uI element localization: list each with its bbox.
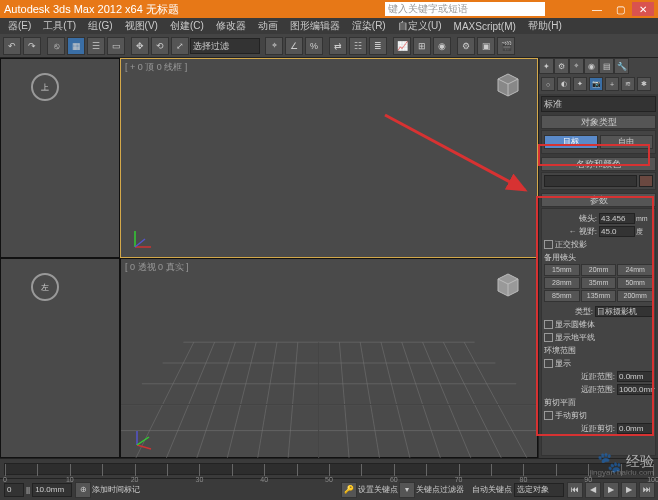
show-cone-checkbox[interactable]	[544, 320, 553, 329]
tab-create-icon[interactable]: ✦	[539, 58, 554, 74]
lens-15[interactable]: 15mm	[544, 264, 580, 276]
ortho-checkbox[interactable]	[544, 240, 553, 249]
menu-create[interactable]: 创建(C)	[164, 19, 210, 33]
cat-helpers-icon[interactable]: +	[605, 77, 619, 91]
lens-20[interactable]: 20mm	[581, 264, 617, 276]
snap-icon[interactable]: ⌖	[265, 37, 283, 55]
play-icon[interactable]: ▶	[603, 482, 619, 498]
show-horizon-checkbox[interactable]	[544, 333, 553, 342]
minimize-button[interactable]: —	[586, 2, 608, 16]
tab-hierarchy-icon[interactable]: ⌖	[569, 58, 584, 74]
cat-lights-icon[interactable]: ✦	[573, 77, 587, 91]
add-time-tag-icon[interactable]: ⊕	[75, 482, 91, 498]
lens-24[interactable]: 24mm	[617, 264, 653, 276]
cat-systems-icon[interactable]: ✱	[637, 77, 651, 91]
current-frame[interactable]: 0	[4, 483, 24, 497]
autokey-label[interactable]: 自动关键点	[472, 484, 512, 495]
angle-snap-icon[interactable]: ∠	[285, 37, 303, 55]
rollout-parameters[interactable]: 参数	[541, 193, 656, 207]
prev-frame-icon[interactable]: ◀	[585, 482, 601, 498]
cat-shapes-icon[interactable]: ◐	[557, 77, 571, 91]
goto-end-icon[interactable]: ⏭	[639, 482, 655, 498]
manual-clip-checkbox[interactable]	[544, 411, 553, 420]
viewport-perspective[interactable]: [ 0 透视 0 真实 ]	[120, 258, 538, 458]
scale-icon[interactable]: ⤢	[171, 37, 189, 55]
render-icon[interactable]: 🎬	[497, 37, 515, 55]
cat-space-icon[interactable]: ≋	[621, 77, 635, 91]
layers-icon[interactable]: ≣	[369, 37, 387, 55]
select-region-icon[interactable]: ▭	[107, 37, 125, 55]
time-slider[interactable]: 0102030405060708090100	[4, 463, 654, 475]
material-icon[interactable]: ◉	[433, 37, 451, 55]
percent-snap-icon[interactable]: %	[305, 37, 323, 55]
cat-cameras-icon[interactable]: 📷	[589, 77, 603, 91]
near-range-input[interactable]: 0.0mm	[617, 371, 653, 382]
menu-editor[interactable]: 器(E)	[2, 19, 37, 33]
category-dropdown[interactable]: 标准	[541, 96, 656, 112]
lens-50[interactable]: 50mm	[617, 277, 653, 289]
help-search-input[interactable]: 键入关键字或短语	[385, 2, 545, 16]
menu-customize[interactable]: 自定义(U)	[392, 19, 448, 33]
close-button[interactable]: ✕	[632, 2, 654, 16]
lens-28[interactable]: 28mm	[544, 277, 580, 289]
link-icon[interactable]: ⎋	[47, 37, 65, 55]
key-filter-button[interactable]: ▾	[399, 482, 415, 498]
tab-motion-icon[interactable]: ◉	[584, 58, 599, 74]
viewport-top[interactable]: [ + 0 顶 0 线框 ]	[120, 58, 538, 258]
undo-icon[interactable]: ↶	[3, 37, 21, 55]
add-time-tag-label[interactable]: 添加时间标记	[92, 484, 140, 495]
lens-input[interactable]: 43.456	[599, 213, 635, 224]
render-setup-icon[interactable]: ⚙	[457, 37, 475, 55]
selection-filter-dropdown[interactable]: 选择过滤	[190, 38, 260, 54]
lens-85[interactable]: 85mm	[544, 290, 580, 302]
rotate-icon[interactable]: ⟲	[151, 37, 169, 55]
target-camera-button[interactable]: 目标	[544, 135, 598, 149]
lens-135[interactable]: 135mm	[581, 290, 617, 302]
lens-200[interactable]: 200mm	[617, 290, 653, 302]
curve-editor-icon[interactable]: 📈	[393, 37, 411, 55]
set-key-button[interactable]: 🔑	[341, 482, 357, 498]
align-icon[interactable]: ☷	[349, 37, 367, 55]
menu-group[interactable]: 组(G)	[82, 19, 118, 33]
object-name-input[interactable]	[544, 175, 637, 187]
mirror-icon[interactable]: ⇄	[329, 37, 347, 55]
free-camera-button[interactable]: 自由	[600, 135, 654, 149]
menu-tools[interactable]: 工具(T)	[37, 19, 82, 33]
maximize-button[interactable]: ▢	[609, 2, 631, 16]
time-tick	[5, 464, 6, 476]
camera-type-dropdown[interactable]: 目标摄影机	[595, 306, 653, 317]
goto-start-icon[interactable]: ⏮	[567, 482, 583, 498]
menu-modifiers[interactable]: 修改器	[210, 19, 252, 33]
menu-help[interactable]: 帮助(H)	[522, 19, 568, 33]
next-frame-icon[interactable]: ▶	[621, 482, 637, 498]
rollout-object-type[interactable]: 对象类型	[541, 115, 656, 129]
redo-icon[interactable]: ↷	[23, 37, 41, 55]
move-icon[interactable]: ✥	[131, 37, 149, 55]
far-range-input[interactable]: 1000.0mm	[617, 384, 653, 395]
rollout-name-color[interactable]: 名称和颜色	[541, 157, 656, 171]
menu-views[interactable]: 视图(V)	[119, 19, 164, 33]
lens-35[interactable]: 35mm	[581, 277, 617, 289]
tab-utilities-icon[interactable]: 🔧	[614, 58, 629, 74]
near-clip-input[interactable]: 0.0mm	[617, 423, 653, 434]
tab-display-icon[interactable]: ▤	[599, 58, 614, 74]
menu-maxscript[interactable]: MAXScript(M)	[448, 21, 522, 32]
object-color-swatch[interactable]	[639, 175, 653, 187]
menu-animation[interactable]: 动画	[252, 19, 284, 33]
viewcube-left[interactable]: 左	[31, 273, 59, 301]
viewcube-icon[interactable]	[493, 69, 523, 99]
viewport-top-small[interactable]: 上	[0, 58, 120, 258]
cat-geometry-icon[interactable]: ○	[541, 77, 555, 91]
selected-label[interactable]: 选定对象	[514, 483, 564, 497]
select-name-icon[interactable]: ☰	[87, 37, 105, 55]
viewcube-top[interactable]: 上	[31, 73, 59, 101]
select-icon[interactable]: ▦	[67, 37, 85, 55]
viewport-left-small[interactable]: 左	[0, 258, 120, 458]
menu-render[interactable]: 渲染(R)	[346, 19, 392, 33]
tab-modify-icon[interactable]: ⚙	[554, 58, 569, 74]
render-frame-icon[interactable]: ▣	[477, 37, 495, 55]
schematic-icon[interactable]: ⊞	[413, 37, 431, 55]
menu-graph[interactable]: 图形编辑器	[284, 19, 346, 33]
show-env-checkbox[interactable]	[544, 359, 553, 368]
fov-input[interactable]: 45.0	[599, 226, 635, 237]
